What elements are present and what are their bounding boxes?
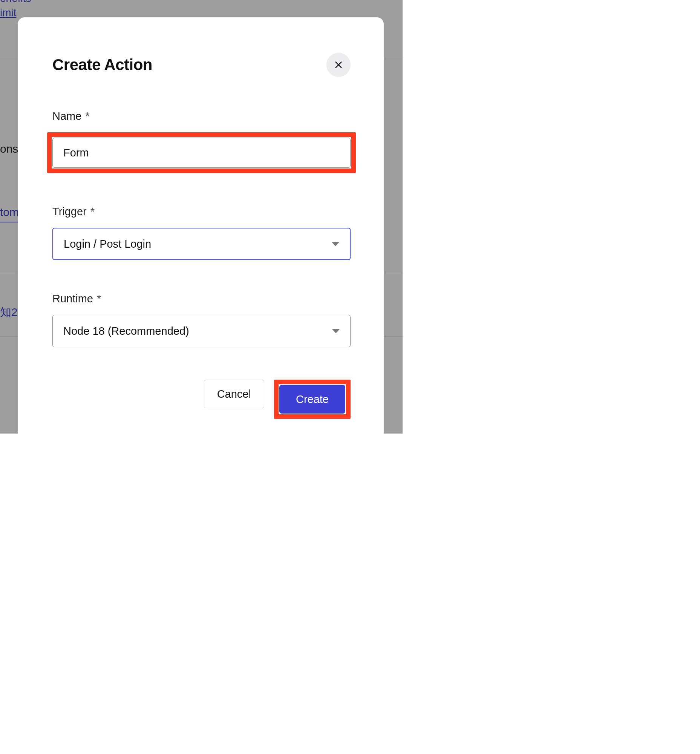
name-field: Name * — [52, 110, 350, 173]
trigger-select[interactable]: Login / Post Login — [52, 228, 350, 260]
runtime-value: Node 18 (Recommended) — [63, 325, 189, 338]
name-label: Name * — [52, 110, 350, 122]
chevron-down-icon — [332, 242, 339, 246]
highlight-name-input — [47, 132, 356, 173]
close-button[interactable] — [327, 53, 350, 77]
trigger-field: Trigger * Login / Post Login — [52, 205, 350, 260]
required-asterisk: * — [97, 293, 101, 305]
highlight-create-button: Create — [274, 380, 350, 419]
chevron-down-icon — [332, 329, 340, 333]
trigger-label: Trigger * — [52, 205, 350, 218]
cancel-button[interactable]: Cancel — [204, 380, 264, 408]
required-asterisk: * — [85, 110, 89, 122]
runtime-select[interactable]: Node 18 (Recommended) — [52, 315, 350, 347]
required-asterisk: * — [91, 205, 95, 217]
create-action-modal: Create Action Name * Trigger * Login / P… — [18, 17, 384, 433]
trigger-label-text: Trigger — [52, 205, 87, 217]
runtime-field: Runtime * Node 18 (Recommended) — [52, 293, 350, 347]
trigger-value: Login / Post Login — [64, 238, 151, 250]
modal-title: Create Action — [52, 56, 152, 74]
runtime-label-text: Runtime — [52, 293, 93, 305]
modal-actions: Cancel Create — [52, 380, 350, 419]
modal-header: Create Action — [52, 53, 350, 77]
runtime-label: Runtime * — [52, 293, 350, 305]
name-input[interactable] — [52, 138, 350, 168]
create-button[interactable]: Create — [279, 385, 345, 414]
name-label-text: Name — [52, 110, 81, 122]
close-icon — [334, 61, 343, 69]
